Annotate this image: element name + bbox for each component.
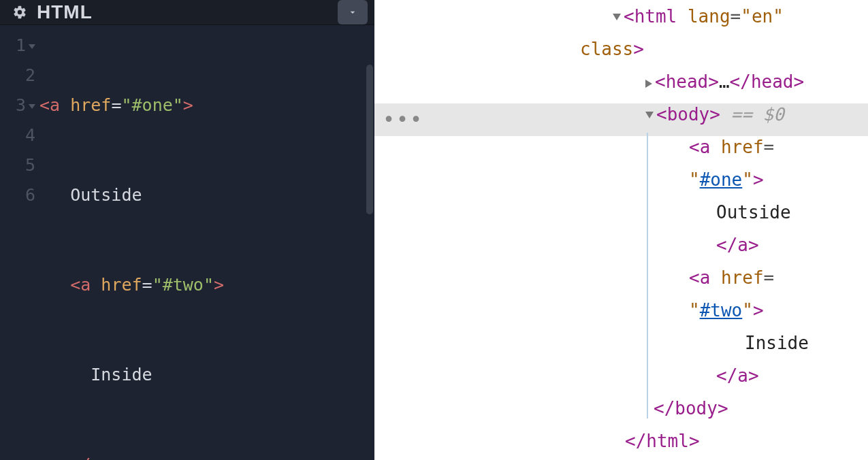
code-content[interactable]: <a href="#one"> Outside <a href="#two"> … bbox=[39, 31, 374, 460]
code-line: </a> bbox=[39, 450, 374, 460]
collapse-button[interactable] bbox=[338, 0, 368, 24]
dom-node-html-cont[interactable]: class> bbox=[613, 33, 809, 65]
dom-node-a-two-close[interactable]: </a> bbox=[613, 359, 809, 392]
code-line: Outside bbox=[39, 180, 374, 210]
code-line: <a href="#one"> bbox=[39, 91, 374, 120]
dom-node-body[interactable]: <body> == $0 bbox=[613, 98, 809, 131]
dom-node-body-close[interactable]: </body> bbox=[613, 392, 809, 425]
dom-text-outside[interactable]: Outside bbox=[613, 196, 809, 229]
editor-panel: HTML 1 2 3 4 5 6 <a href="#one"> Outside… bbox=[0, 0, 374, 460]
dom-node-a-one-close[interactable]: </a> bbox=[613, 229, 809, 261]
dom-node-a-one-cont[interactable]: "#one"> bbox=[613, 163, 809, 196]
chevron-down-icon bbox=[347, 7, 358, 18]
fold-icon[interactable] bbox=[29, 104, 35, 109]
line-number: 2 bbox=[25, 61, 35, 91]
line-number: 3 bbox=[16, 91, 26, 120]
dom-node-html-close[interactable]: </html> bbox=[613, 425, 809, 457]
line-number: 1 bbox=[16, 31, 26, 61]
dom-node-a-one[interactable]: <a href= bbox=[613, 131, 809, 163]
dom-node-a-two-cont[interactable]: "#two"> bbox=[613, 294, 809, 327]
dom-tree[interactable]: <html lang="en" class> <head>…</head> <b… bbox=[374, 0, 809, 460]
gear-icon[interactable] bbox=[12, 5, 27, 20]
disclosure-triangle-icon[interactable] bbox=[613, 14, 621, 20]
line-number: 5 bbox=[25, 150, 35, 180]
dom-node-html[interactable]: <html lang="en" bbox=[613, 0, 809, 33]
editor-scrollbar[interactable] bbox=[366, 65, 373, 214]
code-line: <a href="#two"> bbox=[39, 270, 374, 300]
line-number: 6 bbox=[25, 180, 35, 210]
fold-icon[interactable] bbox=[29, 44, 35, 49]
dom-node-head[interactable]: <head>…</head> bbox=[613, 65, 809, 98]
dom-text-inside[interactable]: Inside bbox=[613, 327, 809, 359]
editor-title: HTML bbox=[37, 1, 93, 23]
dom-node-a-two[interactable]: <a href= bbox=[613, 261, 809, 294]
editor-header-left: HTML bbox=[12, 1, 93, 23]
line-number: 4 bbox=[25, 120, 35, 150]
editor-header: HTML bbox=[0, 0, 374, 25]
code-line: Inside bbox=[39, 360, 374, 390]
code-area[interactable]: 1 2 3 4 5 6 <a href="#one"> Outside <a h… bbox=[0, 25, 374, 460]
line-number-gutter: 1 2 3 4 5 6 bbox=[0, 31, 39, 460]
disclosure-triangle-icon[interactable] bbox=[645, 112, 654, 118]
disclosure-triangle-icon[interactable] bbox=[645, 80, 652, 88]
devtools-panel: ••• <html lang="en" class> <head>…</head… bbox=[374, 0, 868, 460]
